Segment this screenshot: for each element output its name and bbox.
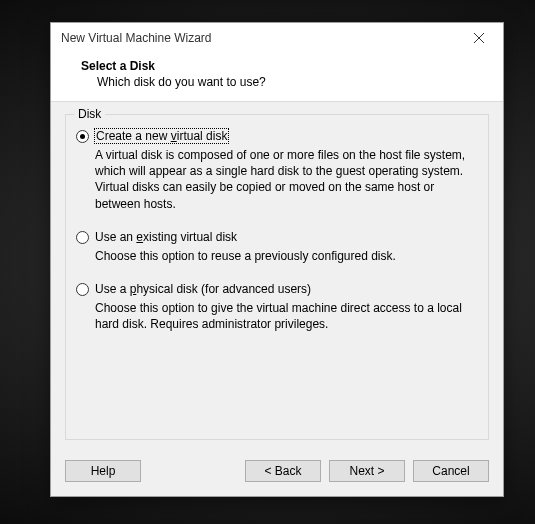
radio-create-new-label: Create a new virtual disk (95, 129, 228, 143)
page-subtitle: Which disk do you want to use? (81, 73, 485, 89)
disk-groupbox: Disk Create a new virtual disk A virtual… (65, 114, 489, 440)
window-title: New Virtual Machine Wizard (61, 31, 457, 45)
option-physical-desc: Choose this option to give the virtual m… (95, 300, 474, 332)
radio-existing[interactable] (76, 231, 89, 244)
option-create-new[interactable]: Create a new virtual disk A virtual disk… (76, 129, 478, 212)
help-button[interactable]: Help (65, 460, 141, 482)
content-area: Disk Create a new virtual disk A virtual… (51, 101, 503, 450)
button-row: Help < Back Next > Cancel (51, 450, 503, 496)
page-title: Select a Disk (81, 59, 485, 73)
option-existing-desc: Choose this option to reuse a previously… (95, 248, 474, 264)
titlebar: New Virtual Machine Wizard (51, 23, 503, 53)
close-button[interactable] (457, 24, 501, 52)
back-button[interactable]: < Back (245, 460, 321, 482)
close-icon (474, 33, 484, 43)
cancel-button[interactable]: Cancel (413, 460, 489, 482)
radio-create-new[interactable] (76, 130, 89, 143)
wizard-dialog: New Virtual Machine Wizard Select a Disk… (50, 22, 504, 497)
wizard-header: Select a Disk Which disk do you want to … (51, 53, 503, 101)
groupbox-legend: Disk (74, 107, 105, 121)
option-create-new-desc: A virtual disk is composed of one or mor… (95, 147, 474, 212)
next-button[interactable]: Next > (329, 460, 405, 482)
radio-physical[interactable] (76, 283, 89, 296)
radio-physical-label: Use a physical disk (for advanced users) (95, 282, 311, 296)
option-existing[interactable]: Use an existing virtual disk Choose this… (76, 230, 478, 264)
radio-existing-label: Use an existing virtual disk (95, 230, 237, 244)
option-physical[interactable]: Use a physical disk (for advanced users)… (76, 282, 478, 332)
